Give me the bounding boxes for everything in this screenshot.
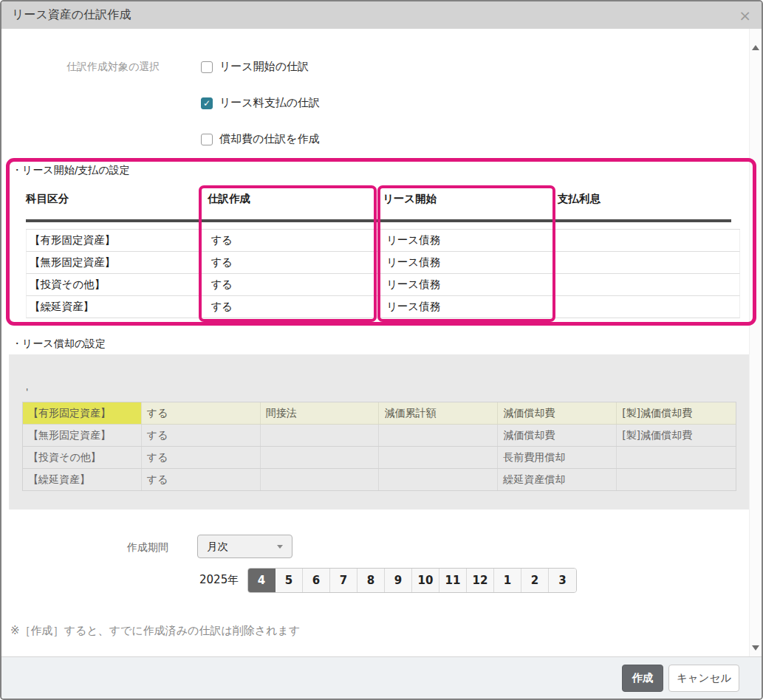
scroll-up-icon[interactable] — [752, 45, 759, 50]
checkbox-checked-icon[interactable]: ✓ — [201, 97, 213, 109]
cell-create: する — [142, 469, 261, 490]
cell-journal-create: する — [207, 300, 383, 314]
table-row[interactable]: 【繰延資産】 する 繰延資産償却 — [23, 469, 736, 491]
cell-create: する — [142, 425, 261, 446]
year-label: 2025年 — [199, 573, 239, 587]
dialog-title: リース資産の仕訳作成 — [12, 7, 131, 23]
month-button-11[interactable]: 11 — [439, 569, 467, 592]
cell-method: 間接法 — [261, 402, 380, 424]
cell-expense: 減価償却費 — [498, 402, 617, 424]
cell-mfg-expense: [製]減価償却費 — [617, 402, 736, 424]
cell-expense: 長前費用償却 — [498, 447, 617, 468]
column-header-kamoku: 科目区分 — [26, 192, 69, 206]
cell-method — [261, 469, 380, 490]
checkbox-depreciation[interactable]: 償却費の仕訳を作成 — [201, 132, 320, 146]
lease-journal-dialog: リース資産の仕訳作成 × 仕訳作成対象の選択 リース開始の仕訳 ✓ リース料支払… — [0, 0, 763, 700]
dialog-titlebar: リース資産の仕訳作成 × — [1, 1, 762, 29]
cancel-button[interactable]: キャンセル — [668, 665, 739, 692]
checkbox-label: 償却費の仕訳を作成 — [219, 132, 320, 146]
chevron-down-icon — [277, 545, 283, 549]
cell-lease-start: リース債務 — [383, 255, 558, 270]
cell-journal-create: する — [207, 255, 383, 270]
cell-lease-start: リース債務 — [383, 278, 558, 292]
cell-accumulated — [379, 469, 498, 490]
lease-start-table: 【有形固定資産】 する リース債務 【無形固定資産】 する リース債務 【投資そ… — [26, 229, 740, 318]
cell-expense: 減価償却費 — [498, 425, 617, 446]
cell-category: 【投資その他】 — [23, 447, 142, 468]
month-button-3[interactable]: 3 — [549, 569, 576, 592]
period-dropdown[interactable]: 月次 — [197, 535, 292, 558]
checkbox-lease-start[interactable]: リース開始の仕訳 — [201, 60, 309, 74]
checkbox-lease-payment[interactable]: ✓ リース料支払の仕訳 — [201, 96, 320, 110]
column-header-shiwake-sakusei: 仕訳作成 — [208, 192, 250, 206]
period-dropdown-value: 月次 — [207, 540, 228, 554]
cell-lease-start: リース債務 — [383, 300, 558, 314]
month-selector: 4 5 6 7 8 9 10 11 12 1 2 3 — [247, 568, 577, 593]
month-button-7[interactable]: 7 — [330, 569, 357, 592]
cell-mfg-expense — [617, 447, 736, 468]
cell-create: する — [142, 447, 261, 468]
month-button-9[interactable]: 9 — [385, 569, 412, 592]
cell-journal-create: する — [207, 233, 383, 247]
checkbox-unchecked-icon[interactable] — [201, 134, 213, 145]
cell-create: する — [142, 402, 261, 424]
month-button-8[interactable]: 8 — [357, 569, 385, 592]
month-button-5[interactable]: 5 — [276, 569, 303, 592]
column-header-lease-start: リース開始 — [383, 192, 437, 206]
month-button-12[interactable]: 12 — [467, 569, 494, 592]
scroll-down-icon[interactable] — [752, 645, 759, 651]
table-row[interactable]: 【無形固定資産】 する リース債務 — [26, 252, 740, 274]
cell-category: 【投資その他】 — [27, 278, 207, 292]
cell-expense: 繰延資産償却 — [498, 469, 617, 490]
cell-category: 【無形固定資産】 — [23, 425, 142, 446]
selection-group-label: 仕訳作成対象の選択 — [66, 61, 160, 74]
table-row-selected[interactable]: 【有形固定資産】 する 間接法 減価累計額 減価償却費 [製]減価償却費 — [23, 402, 736, 425]
period-label: 作成期間 — [127, 541, 168, 555]
cell-category: 【繰延資産】 — [27, 300, 207, 314]
cell-category: 【有形固定資産】 — [23, 402, 142, 424]
table-row[interactable]: 【繰延資産】 する リース債務 — [26, 296, 740, 318]
dialog-footer: 作成 キャンセル — [1, 656, 762, 699]
cell-accumulated — [379, 447, 498, 468]
column-header-shiharai-risoku: 支払利息 — [558, 192, 601, 206]
month-button-1[interactable]: 1 — [494, 569, 521, 592]
cell-mfg-expense — [617, 469, 736, 490]
cell-journal-create: する — [207, 278, 383, 292]
scrollbar[interactable] — [749, 29, 762, 656]
cell-category: 【有形固定資産】 — [27, 233, 207, 247]
cell-lease-start: リース債務 — [383, 233, 558, 247]
table-row[interactable]: 【投資その他】 する リース債務 — [26, 274, 740, 296]
lease-depreciation-panel: ' 【有形固定資産】 する 間接法 減価累計額 減価償却費 [製]減価償却費 【… — [9, 354, 750, 509]
panel-mark: ' — [26, 387, 28, 397]
lease-start-section-title: ・リース開始/支払の設定 — [12, 164, 130, 177]
cell-mfg-expense: [製]減価償却費 — [617, 425, 736, 446]
month-button-6[interactable]: 6 — [303, 569, 330, 592]
close-icon[interactable]: × — [739, 8, 751, 23]
cell-category: 【繰延資産】 — [23, 469, 142, 490]
lease-depreciation-table: 【有形固定資産】 する 間接法 減価累計額 減価償却費 [製]減価償却費 【無形… — [22, 402, 736, 491]
table-row[interactable]: 【無形固定資産】 する 減価償却費 [製]減価償却費 — [23, 425, 736, 447]
cell-accumulated — [379, 425, 498, 446]
month-button-2[interactable]: 2 — [521, 569, 549, 592]
lease-depreciation-section-title: ・リース償却の設定 — [12, 337, 106, 351]
warning-note: ※［作成］すると、すでに作成済みの仕訳は削除されます — [10, 624, 300, 638]
month-button-10[interactable]: 10 — [412, 569, 439, 592]
table-header-separator — [26, 219, 731, 222]
checkbox-label: リース開始の仕訳 — [219, 60, 309, 74]
create-button[interactable]: 作成 — [622, 665, 663, 692]
cell-method — [261, 425, 380, 446]
table-row[interactable]: 【有形固定資産】 する リース債務 — [26, 230, 740, 252]
cell-accumulated: 減価累計額 — [379, 402, 498, 424]
checkbox-unchecked-icon[interactable] — [201, 61, 213, 73]
checkbox-label: リース料支払の仕訳 — [219, 96, 320, 110]
cell-category: 【無形固定資産】 — [27, 255, 207, 270]
table-row[interactable]: 【投資その他】 する 長前費用償却 — [23, 447, 736, 469]
month-button-4[interactable]: 4 — [248, 569, 276, 592]
cell-method — [261, 447, 380, 468]
